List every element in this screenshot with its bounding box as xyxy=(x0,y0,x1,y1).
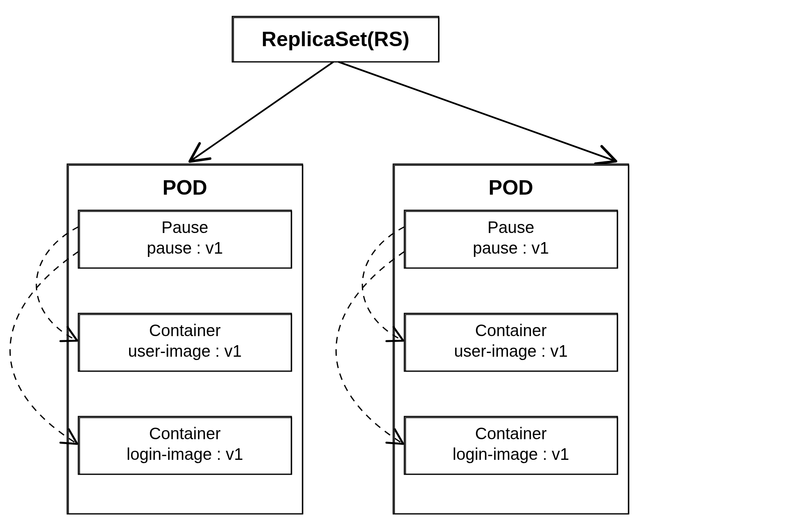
pod2-c1-name: Pause xyxy=(487,218,534,236)
pod2-c3-image: login-image : v1 xyxy=(453,445,569,463)
pod2-container-3: Container login-image : v1 xyxy=(404,417,618,474)
pod1-c1-name: Pause xyxy=(161,218,208,236)
arrow-rs-to-pod-left xyxy=(191,62,333,161)
arrow-rs-to-pod-right xyxy=(338,62,615,161)
pod2-c1-image: pause : v1 xyxy=(473,239,549,257)
pod1-c1-image: pause : v1 xyxy=(147,239,223,257)
pod1-container-1: Pause pause : v1 xyxy=(78,210,292,268)
pod-box-1: POD Pause pause : v1 Container user-imag… xyxy=(67,164,303,514)
pod2-c3-name: Container xyxy=(475,424,546,443)
pod-box-2: POD Pause pause : v1 Container user-imag… xyxy=(393,164,629,514)
pod-title-1: POD xyxy=(163,176,207,199)
pod2-container-2: Container user-image : v1 xyxy=(404,313,618,371)
pod2-c2-name: Container xyxy=(475,321,546,339)
pod1-container-3: Container login-image : v1 xyxy=(78,417,292,474)
pod1-c3-image: login-image : v1 xyxy=(127,445,243,463)
pod1-c2-name: Container xyxy=(149,321,220,339)
replicaset-box: ReplicaSet(RS) xyxy=(232,16,439,62)
pod1-c3-name: Container xyxy=(149,424,220,443)
pod-title-2: POD xyxy=(489,176,533,199)
pod2-c2-image: user-image : v1 xyxy=(454,342,568,360)
diagram-canvas: ReplicaSet(RS) POD Pause pause : v1 Cont… xyxy=(0,0,808,532)
pod1-container-2: Container user-image : v1 xyxy=(78,313,292,371)
replicaset-title: ReplicaSet(RS) xyxy=(262,28,409,51)
pod1-c2-image: user-image : v1 xyxy=(128,342,242,360)
pod2-container-1: Pause pause : v1 xyxy=(404,210,618,268)
